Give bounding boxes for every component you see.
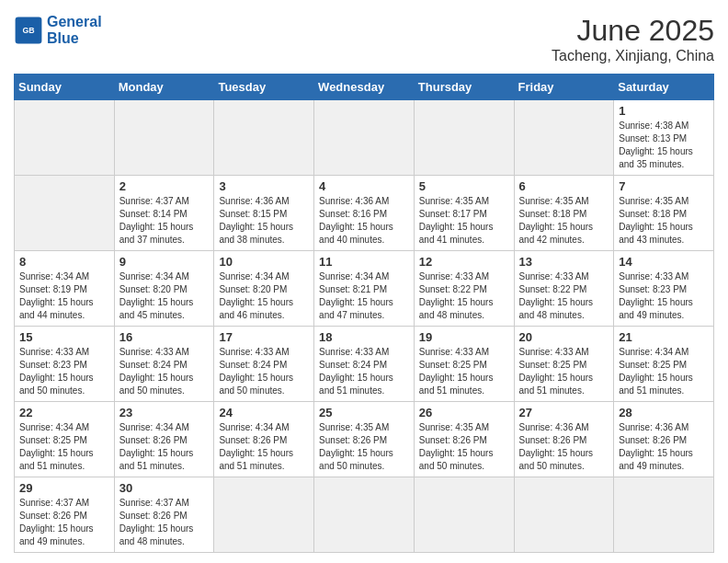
calendar-cell: 28Sunrise: 4:36 AM Sunset: 8:26 PM Dayli… <box>614 402 714 477</box>
day-info: Sunrise: 4:36 AM Sunset: 8:16 PM Dayligh… <box>319 195 409 247</box>
calendar-cell: 13Sunrise: 4:33 AM Sunset: 8:22 PM Dayli… <box>514 251 614 327</box>
day-number: 16 <box>119 330 210 344</box>
calendar-week-3: 8Sunrise: 4:34 AM Sunset: 8:19 PM Daylig… <box>15 251 714 327</box>
calendar-week-5: 22Sunrise: 4:34 AM Sunset: 8:25 PM Dayli… <box>15 402 714 477</box>
calendar-cell: 16Sunrise: 4:33 AM Sunset: 8:24 PM Dayli… <box>114 327 214 402</box>
calendar-cell: 20Sunrise: 4:33 AM Sunset: 8:25 PM Dayli… <box>514 327 614 402</box>
calendar-cell <box>15 100 115 176</box>
day-info: Sunrise: 4:35 AM Sunset: 8:18 PM Dayligh… <box>619 195 709 247</box>
header-tuesday: Tuesday <box>214 75 314 100</box>
calendar-cell: 12Sunrise: 4:33 AM Sunset: 8:22 PM Dayli… <box>414 251 514 327</box>
calendar-cell: 5Sunrise: 4:35 AM Sunset: 8:17 PM Daylig… <box>414 176 514 251</box>
calendar-cell: 3Sunrise: 4:36 AM Sunset: 8:15 PM Daylig… <box>214 176 314 251</box>
day-info: Sunrise: 4:34 AM Sunset: 8:20 PM Dayligh… <box>219 270 309 322</box>
day-number: 20 <box>519 330 609 344</box>
day-number: 2 <box>119 179 210 193</box>
calendar-cell <box>314 100 415 176</box>
day-number: 10 <box>219 255 309 269</box>
day-info: Sunrise: 4:33 AM Sunset: 8:22 PM Dayligh… <box>419 270 509 322</box>
day-info: Sunrise: 4:35 AM Sunset: 8:26 PM Dayligh… <box>419 421 509 473</box>
calendar-cell: 8Sunrise: 4:34 AM Sunset: 8:19 PM Daylig… <box>15 251 115 327</box>
day-info: Sunrise: 4:34 AM Sunset: 8:26 PM Dayligh… <box>119 421 210 473</box>
calendar-cell: 1Sunrise: 4:38 AM Sunset: 8:13 PM Daylig… <box>614 100 714 176</box>
calendar-cell: 11Sunrise: 4:34 AM Sunset: 8:21 PM Dayli… <box>314 251 415 327</box>
day-info: Sunrise: 4:34 AM Sunset: 8:21 PM Dayligh… <box>319 270 409 322</box>
calendar-cell: 30Sunrise: 4:37 AM Sunset: 8:26 PM Dayli… <box>114 477 214 553</box>
day-info: Sunrise: 4:36 AM Sunset: 8:26 PM Dayligh… <box>519 421 609 473</box>
day-number: 8 <box>19 255 109 269</box>
calendar-week-4: 15Sunrise: 4:33 AM Sunset: 8:23 PM Dayli… <box>15 327 714 402</box>
logo: GB General Blue <box>14 14 102 46</box>
logo-text: General Blue <box>47 14 102 46</box>
calendar-cell: 26Sunrise: 4:35 AM Sunset: 8:26 PM Dayli… <box>414 402 514 477</box>
day-number: 28 <box>619 406 709 419</box>
calendar-cell <box>114 100 214 176</box>
day-number: 7 <box>619 179 709 193</box>
calendar-cell: 29Sunrise: 4:37 AM Sunset: 8:26 PM Dayli… <box>15 477 115 553</box>
day-info: Sunrise: 4:33 AM Sunset: 8:24 PM Dayligh… <box>119 346 210 397</box>
day-info: Sunrise: 4:35 AM Sunset: 8:18 PM Dayligh… <box>519 195 609 247</box>
day-info: Sunrise: 4:35 AM Sunset: 8:17 PM Dayligh… <box>419 195 509 247</box>
page-header: GB General Blue June 2025 Tacheng, Xinji… <box>14 14 714 64</box>
day-number: 18 <box>319 330 409 344</box>
day-number: 23 <box>119 406 210 419</box>
day-info: Sunrise: 4:37 AM Sunset: 8:14 PM Dayligh… <box>119 195 210 247</box>
day-info: Sunrise: 4:34 AM Sunset: 8:19 PM Dayligh… <box>19 270 109 322</box>
calendar-cell <box>614 477 714 553</box>
header-wednesday: Wednesday <box>314 75 415 100</box>
calendar-cell: 22Sunrise: 4:34 AM Sunset: 8:25 PM Dayli… <box>15 402 115 477</box>
day-info: Sunrise: 4:38 AM Sunset: 8:13 PM Dayligh… <box>619 120 709 171</box>
calendar-cell: 4Sunrise: 4:36 AM Sunset: 8:16 PM Daylig… <box>314 176 415 251</box>
day-number: 22 <box>19 406 109 419</box>
day-number: 12 <box>419 255 509 269</box>
calendar-cell <box>414 100 514 176</box>
day-info: Sunrise: 4:34 AM Sunset: 8:20 PM Dayligh… <box>119 270 210 322</box>
header-monday: Monday <box>114 75 214 100</box>
calendar-title: June 2025 <box>552 14 714 48</box>
calendar-cell: 18Sunrise: 4:33 AM Sunset: 8:24 PM Dayli… <box>314 327 415 402</box>
day-number: 27 <box>519 406 609 419</box>
day-info: Sunrise: 4:34 AM Sunset: 8:25 PM Dayligh… <box>19 421 109 473</box>
day-info: Sunrise: 4:35 AM Sunset: 8:26 PM Dayligh… <box>319 421 409 473</box>
day-number: 5 <box>419 179 509 193</box>
day-info: Sunrise: 4:33 AM Sunset: 8:24 PM Dayligh… <box>319 346 409 397</box>
day-info: Sunrise: 4:33 AM Sunset: 8:23 PM Dayligh… <box>619 270 709 322</box>
day-number: 1 <box>619 104 709 118</box>
logo-line2: Blue <box>47 30 79 46</box>
day-number: 9 <box>119 255 210 269</box>
day-info: Sunrise: 4:37 AM Sunset: 8:26 PM Dayligh… <box>19 497 109 548</box>
calendar-week-2: 2Sunrise: 4:37 AM Sunset: 8:14 PM Daylig… <box>15 176 714 251</box>
calendar-cell <box>15 176 115 251</box>
calendar-cell <box>414 477 514 553</box>
calendar-cell: 9Sunrise: 4:34 AM Sunset: 8:20 PM Daylig… <box>114 251 214 327</box>
calendar-cell <box>214 100 314 176</box>
day-info: Sunrise: 4:33 AM Sunset: 8:25 PM Dayligh… <box>419 346 509 397</box>
calendar-cell: 14Sunrise: 4:33 AM Sunset: 8:23 PM Dayli… <box>614 251 714 327</box>
svg-text:GB: GB <box>22 26 34 35</box>
day-info: Sunrise: 4:33 AM Sunset: 8:23 PM Dayligh… <box>19 346 109 397</box>
day-number: 17 <box>219 330 309 344</box>
header-thursday: Thursday <box>414 75 514 100</box>
calendar-table: SundayMondayTuesdayWednesdayThursdayFrid… <box>14 74 714 553</box>
calendar-cell: 17Sunrise: 4:33 AM Sunset: 8:24 PM Dayli… <box>214 327 314 402</box>
day-number: 13 <box>519 255 609 269</box>
title-block: June 2025 Tacheng, Xinjiang, China <box>552 14 714 64</box>
day-number: 6 <box>519 179 609 193</box>
day-info: Sunrise: 4:33 AM Sunset: 8:25 PM Dayligh… <box>519 346 609 397</box>
calendar-cell: 21Sunrise: 4:34 AM Sunset: 8:25 PM Dayli… <box>614 327 714 402</box>
calendar-cell: 2Sunrise: 4:37 AM Sunset: 8:14 PM Daylig… <box>114 176 214 251</box>
calendar-cell: 19Sunrise: 4:33 AM Sunset: 8:25 PM Dayli… <box>414 327 514 402</box>
calendar-cell: 7Sunrise: 4:35 AM Sunset: 8:18 PM Daylig… <box>614 176 714 251</box>
calendar-cell: 10Sunrise: 4:34 AM Sunset: 8:20 PM Dayli… <box>214 251 314 327</box>
day-info: Sunrise: 4:33 AM Sunset: 8:22 PM Dayligh… <box>519 270 609 322</box>
day-number: 19 <box>419 330 509 344</box>
calendar-header-row: SundayMondayTuesdayWednesdayThursdayFrid… <box>15 75 714 100</box>
day-number: 14 <box>619 255 709 269</box>
day-number: 30 <box>119 481 210 495</box>
day-number: 11 <box>319 255 409 269</box>
calendar-cell: 27Sunrise: 4:36 AM Sunset: 8:26 PM Dayli… <box>514 402 614 477</box>
header-sunday: Sunday <box>15 75 115 100</box>
day-number: 21 <box>619 330 709 344</box>
day-number: 25 <box>319 406 409 419</box>
calendar-cell: 6Sunrise: 4:35 AM Sunset: 8:18 PM Daylig… <box>514 176 614 251</box>
